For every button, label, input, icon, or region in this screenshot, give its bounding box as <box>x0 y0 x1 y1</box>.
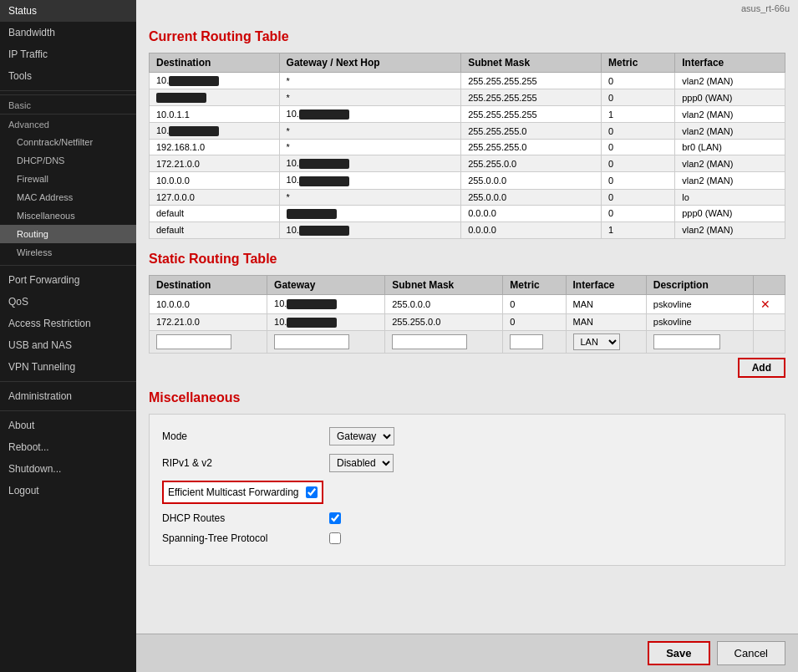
ripv1v2-row: RIPv1 & v2 Disabled Enabled <box>162 454 772 472</box>
table-row: 10.0.1.1 10. 255.255.255.255 1 vlan2 (MA… <box>150 106 785 123</box>
efficient-multicast-label: Efficient Multicast Forwarding <box>168 486 299 498</box>
sidebar-item-about[interactable]: About <box>0 415 136 436</box>
sidebar-section-basic: Basic <box>0 94 136 114</box>
scol-delete <box>753 275 785 294</box>
device-label: asus_rt-66u <box>136 0 798 17</box>
col-interface: Interface <box>675 53 785 73</box>
description-input[interactable] <box>653 334 720 349</box>
sidebar-subitem-conntrack[interactable]: Conntrack/Netfilter <box>0 133 136 151</box>
dest-input[interactable] <box>156 334 231 349</box>
gateway-input[interactable] <box>274 334 349 349</box>
subnet-input[interactable] <box>392 334 467 349</box>
table-row: 192.168.1.0 * 255.255.255.0 0 br0 (LAN) <box>150 140 785 155</box>
sidebar-subitem-mac-address[interactable]: MAC Address <box>0 188 136 206</box>
scol-subnet: Subnet Mask <box>385 275 503 294</box>
interface-select[interactable]: LAN MAN WAN <box>573 333 620 350</box>
current-routing-table: Destination Gateway / Next Hop Subnet Ma… <box>149 53 785 239</box>
mode-row: Mode Gateway Router <box>162 427 772 445</box>
scol-gateway: Gateway <box>267 275 385 294</box>
scol-description: Description <box>646 275 753 294</box>
scol-interface: Interface <box>566 275 646 294</box>
scol-metric: Metric <box>503 275 566 294</box>
table-row: 10. * 255.255.255.0 0 vlan2 (MAN) <box>150 123 785 140</box>
cancel-button[interactable]: Cancel <box>717 641 785 665</box>
efficient-multicast-highlight: Efficient Multicast Forwarding <box>162 481 323 504</box>
col-subnet-mask: Subnet Mask <box>461 53 602 73</box>
table-row: default 0.0.0.0 0 ppp0 (WAN) <box>150 205 785 221</box>
sidebar-item-port-forwarding[interactable]: Port Forwarding <box>0 269 136 291</box>
sidebar: Status Bandwidth IP Traffic Tools Basic … <box>0 0 136 672</box>
save-button[interactable]: Save <box>648 641 709 665</box>
static-input-row: LAN MAN WAN <box>150 330 785 353</box>
dhcp-routes-label: DHCP Routes <box>162 512 329 524</box>
sidebar-item-reboot[interactable]: Reboot... <box>0 436 136 458</box>
table-row: 127.0.0.0 * 255.0.0.0 0 lo <box>150 189 785 205</box>
sidebar-subitem-firewall[interactable]: Firewall <box>0 170 136 188</box>
spanning-tree-checkbox[interactable] <box>329 532 341 544</box>
table-row: * 255.255.255.255 0 ppp0 (WAN) <box>150 89 785 106</box>
add-btn-row: Add <box>149 358 785 378</box>
main-content: asus_rt-66u Current Routing Table Destin… <box>136 0 798 672</box>
content-area: Current Routing Table Destination Gatewa… <box>136 17 798 634</box>
col-destination: Destination <box>150 53 280 73</box>
misc-section-title: Miscellaneous <box>149 390 785 405</box>
sidebar-item-bandwidth[interactable]: Bandwidth <box>0 22 136 43</box>
spanning-tree-label: Spanning-Tree Protocol <box>162 532 329 544</box>
table-row: 10. * 255.255.255.255 0 vlan2 (MAN) <box>150 73 785 89</box>
ripv1v2-label: RIPv1 & v2 <box>162 457 329 469</box>
sidebar-section-advanced: Advanced <box>0 114 136 133</box>
sidebar-item-vpn-tunneling[interactable]: VPN Tunneling <box>0 356 136 378</box>
mode-label: Mode <box>162 430 329 442</box>
dhcp-routes-checkbox[interactable] <box>329 512 341 524</box>
metric-input[interactable] <box>510 334 543 349</box>
sidebar-subitem-dhcp-dns[interactable]: DHCP/DNS <box>0 151 136 170</box>
efficient-multicast-checkbox[interactable] <box>306 486 318 498</box>
table-row: 172.21.0.0 10. 255.255.0.0 0 vlan2 (MAN) <box>150 155 785 172</box>
sidebar-item-qos[interactable]: QoS <box>0 291 136 313</box>
sidebar-subitem-miscellaneous[interactable]: Miscellaneous <box>0 206 136 225</box>
delete-row-1-icon[interactable]: ✕ <box>760 298 770 311</box>
sidebar-item-usb-nas[interactable]: USB and NAS <box>0 334 136 356</box>
sidebar-item-logout[interactable]: Logout <box>0 480 136 501</box>
sidebar-item-access-restriction[interactable]: Access Restriction <box>0 313 136 334</box>
sidebar-subitem-wireless[interactable]: Wireless <box>0 243 136 262</box>
table-row: default 10. 0.0.0.0 1 vlan2 (MAN) <box>150 221 785 238</box>
table-row: 10.0.0.0 10. 255.0.0.0 0 vlan2 (MAN) <box>150 172 785 189</box>
static-table-row: 172.21.0.0 10. 255.255.0.0 0 MAN pskovli… <box>150 313 785 330</box>
ripv1v2-select[interactable]: Disabled Enabled <box>329 454 394 472</box>
mode-select[interactable]: Gateway Router <box>329 427 394 445</box>
add-button[interactable]: Add <box>738 358 785 378</box>
efficient-multicast-row: Efficient Multicast Forwarding <box>162 481 772 504</box>
static-table-row: 10.0.0.0 10. 255.0.0.0 0 MAN pskovline ✕ <box>150 294 785 313</box>
sidebar-subitem-routing[interactable]: Routing <box>0 225 136 243</box>
sidebar-item-status[interactable]: Status <box>0 0 136 22</box>
miscellaneous-section: Mode Gateway Router RIPv1 & v2 Disabled … <box>149 414 785 566</box>
dhcp-routes-row: DHCP Routes <box>162 512 772 524</box>
col-metric: Metric <box>602 53 675 73</box>
static-routing-title: Static Routing Table <box>149 252 785 267</box>
sidebar-item-ip-traffic[interactable]: IP Traffic <box>0 43 136 65</box>
col-gateway-nexthop: Gateway / Next Hop <box>279 53 461 73</box>
sidebar-item-tools[interactable]: Tools <box>0 65 136 87</box>
scol-destination: Destination <box>150 275 267 294</box>
sidebar-item-administration[interactable]: Administration <box>0 385 136 407</box>
sidebar-item-shutdown[interactable]: Shutdown... <box>0 458 136 480</box>
static-routing-table: Destination Gateway Subnet Mask Metric I… <box>149 275 785 354</box>
bottom-bar: Save Cancel <box>136 634 798 672</box>
spanning-tree-row: Spanning-Tree Protocol <box>162 532 772 544</box>
current-routing-title: Current Routing Table <box>149 29 785 44</box>
